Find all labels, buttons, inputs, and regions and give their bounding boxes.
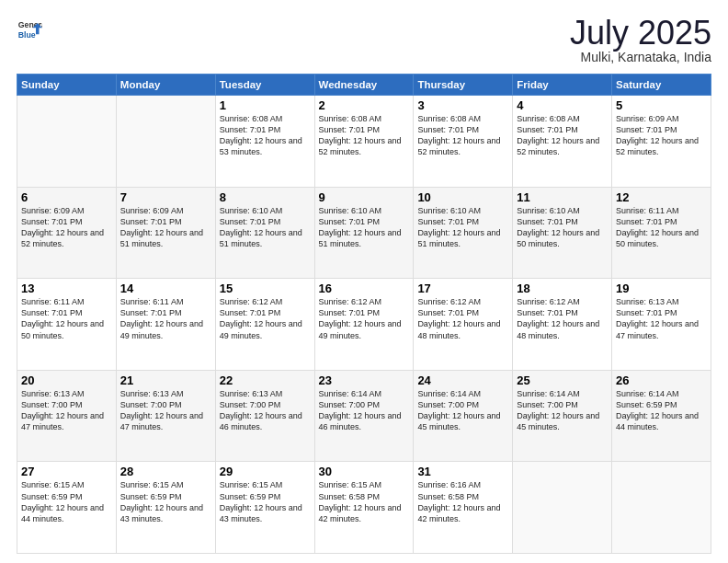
calendar-cell: 7Sunrise: 6:09 AM Sunset: 7:01 PM Daylig… — [116, 187, 215, 279]
calendar-cell: 25Sunrise: 6:14 AM Sunset: 7:00 PM Dayli… — [513, 370, 612, 462]
cell-info: Sunrise: 6:15 AM Sunset: 6:59 PM Dayligh… — [21, 479, 112, 524]
weekday-header-sunday: Sunday — [17, 75, 117, 96]
cell-info: Sunrise: 6:15 AM Sunset: 6:59 PM Dayligh… — [120, 479, 211, 524]
day-number: 21 — [120, 373, 211, 387]
cell-info: Sunrise: 6:09 AM Sunset: 7:01 PM Dayligh… — [21, 205, 112, 250]
title-block: July 2025 Mulki, Karnataka, India — [570, 17, 711, 64]
calendar-cell — [513, 462, 612, 554]
calendar-cell: 10Sunrise: 6:10 AM Sunset: 7:01 PM Dayli… — [414, 187, 513, 279]
calendar-table: SundayMondayTuesdayWednesdayThursdayFrid… — [17, 74, 711, 554]
day-number: 7 — [120, 190, 211, 204]
calendar-cell: 16Sunrise: 6:12 AM Sunset: 7:01 PM Dayli… — [314, 279, 414, 371]
weekday-header-wednesday: Wednesday — [314, 75, 414, 96]
calendar-cell: 12Sunrise: 6:11 AM Sunset: 7:01 PM Dayli… — [612, 187, 711, 279]
cell-info: Sunrise: 6:13 AM Sunset: 7:01 PM Dayligh… — [616, 296, 707, 341]
day-number: 6 — [21, 190, 112, 204]
calendar-cell: 6Sunrise: 6:09 AM Sunset: 7:01 PM Daylig… — [17, 187, 117, 279]
day-number: 14 — [120, 282, 211, 295]
day-number: 30 — [319, 465, 410, 478]
cell-info: Sunrise: 6:14 AM Sunset: 7:00 PM Dayligh… — [417, 388, 508, 433]
weekday-header-monday: Monday — [116, 75, 215, 96]
day-number: 25 — [517, 373, 608, 387]
weekday-header-thursday: Thursday — [414, 75, 513, 96]
day-number: 17 — [417, 282, 508, 295]
cell-info: Sunrise: 6:12 AM Sunset: 7:01 PM Dayligh… — [319, 296, 410, 341]
page: General Blue July 2025 Mulki, Karnataka,… — [0, 0, 728, 563]
cell-info: Sunrise: 6:14 AM Sunset: 6:59 PM Dayligh… — [616, 388, 707, 433]
cell-info: Sunrise: 6:10 AM Sunset: 7:01 PM Dayligh… — [417, 205, 508, 250]
cell-info: Sunrise: 6:14 AM Sunset: 7:00 PM Dayligh… — [319, 388, 410, 433]
calendar-week-row: 13Sunrise: 6:11 AM Sunset: 7:01 PM Dayli… — [17, 279, 711, 371]
calendar-cell: 4Sunrise: 6:08 AM Sunset: 7:01 PM Daylig… — [513, 96, 612, 188]
cell-info: Sunrise: 6:10 AM Sunset: 7:01 PM Dayligh… — [319, 205, 410, 250]
day-number: 18 — [517, 282, 608, 295]
logo: General Blue — [17, 17, 42, 42]
location: Mulki, Karnataka, India — [570, 50, 711, 64]
cell-info: Sunrise: 6:09 AM Sunset: 7:01 PM Dayligh… — [616, 113, 707, 158]
cell-info: Sunrise: 6:15 AM Sunset: 6:58 PM Dayligh… — [319, 479, 410, 524]
calendar-cell: 18Sunrise: 6:12 AM Sunset: 7:01 PM Dayli… — [513, 279, 612, 371]
cell-info: Sunrise: 6:15 AM Sunset: 6:59 PM Dayligh… — [220, 479, 311, 524]
calendar-cell: 8Sunrise: 6:10 AM Sunset: 7:01 PM Daylig… — [215, 187, 314, 279]
svg-text:Blue: Blue — [18, 30, 36, 40]
calendar-cell: 1Sunrise: 6:08 AM Sunset: 7:01 PM Daylig… — [215, 96, 314, 188]
cell-info: Sunrise: 6:09 AM Sunset: 7:01 PM Dayligh… — [120, 205, 211, 250]
day-number: 2 — [319, 98, 410, 112]
weekday-header-saturday: Saturday — [612, 75, 711, 96]
calendar-cell — [17, 96, 117, 188]
calendar-cell: 13Sunrise: 6:11 AM Sunset: 7:01 PM Dayli… — [17, 279, 117, 371]
day-number: 1 — [220, 98, 311, 112]
calendar-cell — [612, 462, 711, 554]
day-number: 4 — [517, 98, 608, 112]
day-number: 3 — [417, 98, 508, 112]
calendar-header-row: SundayMondayTuesdayWednesdayThursdayFrid… — [17, 75, 711, 96]
day-number: 13 — [21, 282, 112, 295]
calendar-cell: 9Sunrise: 6:10 AM Sunset: 7:01 PM Daylig… — [314, 187, 414, 279]
day-number: 22 — [220, 373, 311, 387]
calendar-cell: 24Sunrise: 6:14 AM Sunset: 7:00 PM Dayli… — [414, 370, 513, 462]
cell-info: Sunrise: 6:13 AM Sunset: 7:00 PM Dayligh… — [120, 388, 211, 433]
cell-info: Sunrise: 6:10 AM Sunset: 7:01 PM Dayligh… — [220, 205, 311, 250]
day-number: 29 — [220, 465, 311, 478]
day-number: 28 — [120, 465, 211, 478]
calendar-cell: 19Sunrise: 6:13 AM Sunset: 7:01 PM Dayli… — [612, 279, 711, 371]
cell-info: Sunrise: 6:10 AM Sunset: 7:01 PM Dayligh… — [517, 205, 608, 250]
calendar-cell: 17Sunrise: 6:12 AM Sunset: 7:01 PM Dayli… — [414, 279, 513, 371]
calendar-cell: 28Sunrise: 6:15 AM Sunset: 6:59 PM Dayli… — [116, 462, 215, 554]
day-number: 11 — [517, 190, 608, 204]
calendar-cell — [116, 96, 215, 188]
calendar-week-row: 20Sunrise: 6:13 AM Sunset: 7:00 PM Dayli… — [17, 370, 711, 462]
cell-info: Sunrise: 6:12 AM Sunset: 7:01 PM Dayligh… — [417, 296, 508, 341]
day-number: 26 — [616, 373, 707, 387]
day-number: 15 — [220, 282, 311, 295]
cell-info: Sunrise: 6:11 AM Sunset: 7:01 PM Dayligh… — [120, 296, 211, 341]
calendar-week-row: 1Sunrise: 6:08 AM Sunset: 7:01 PM Daylig… — [17, 96, 711, 188]
header: General Blue July 2025 Mulki, Karnataka,… — [17, 17, 711, 64]
calendar-cell: 31Sunrise: 6:16 AM Sunset: 6:58 PM Dayli… — [414, 462, 513, 554]
day-number: 19 — [616, 282, 707, 295]
day-number: 24 — [417, 373, 508, 387]
logo-icon: General Blue — [17, 17, 42, 42]
calendar-cell: 27Sunrise: 6:15 AM Sunset: 6:59 PM Dayli… — [17, 462, 117, 554]
month-title: July 2025 — [570, 17, 711, 50]
cell-info: Sunrise: 6:11 AM Sunset: 7:01 PM Dayligh… — [616, 205, 707, 250]
cell-info: Sunrise: 6:08 AM Sunset: 7:01 PM Dayligh… — [417, 113, 508, 158]
day-number: 31 — [417, 465, 508, 478]
cell-info: Sunrise: 6:13 AM Sunset: 7:00 PM Dayligh… — [21, 388, 112, 433]
cell-info: Sunrise: 6:12 AM Sunset: 7:01 PM Dayligh… — [517, 296, 608, 341]
cell-info: Sunrise: 6:12 AM Sunset: 7:01 PM Dayligh… — [220, 296, 311, 341]
calendar-cell: 22Sunrise: 6:13 AM Sunset: 7:00 PM Dayli… — [215, 370, 314, 462]
day-number: 27 — [21, 465, 112, 478]
calendar-cell: 26Sunrise: 6:14 AM Sunset: 6:59 PM Dayli… — [612, 370, 711, 462]
weekday-header-friday: Friday — [513, 75, 612, 96]
cell-info: Sunrise: 6:08 AM Sunset: 7:01 PM Dayligh… — [319, 113, 410, 158]
calendar-cell: 23Sunrise: 6:14 AM Sunset: 7:00 PM Dayli… — [314, 370, 414, 462]
calendar-cell: 14Sunrise: 6:11 AM Sunset: 7:01 PM Dayli… — [116, 279, 215, 371]
calendar-week-row: 6Sunrise: 6:09 AM Sunset: 7:01 PM Daylig… — [17, 187, 711, 279]
day-number: 5 — [616, 98, 707, 112]
day-number: 23 — [319, 373, 410, 387]
calendar-cell: 29Sunrise: 6:15 AM Sunset: 6:59 PM Dayli… — [215, 462, 314, 554]
day-number: 16 — [319, 282, 410, 295]
cell-info: Sunrise: 6:08 AM Sunset: 7:01 PM Dayligh… — [517, 113, 608, 158]
day-number: 20 — [21, 373, 112, 387]
